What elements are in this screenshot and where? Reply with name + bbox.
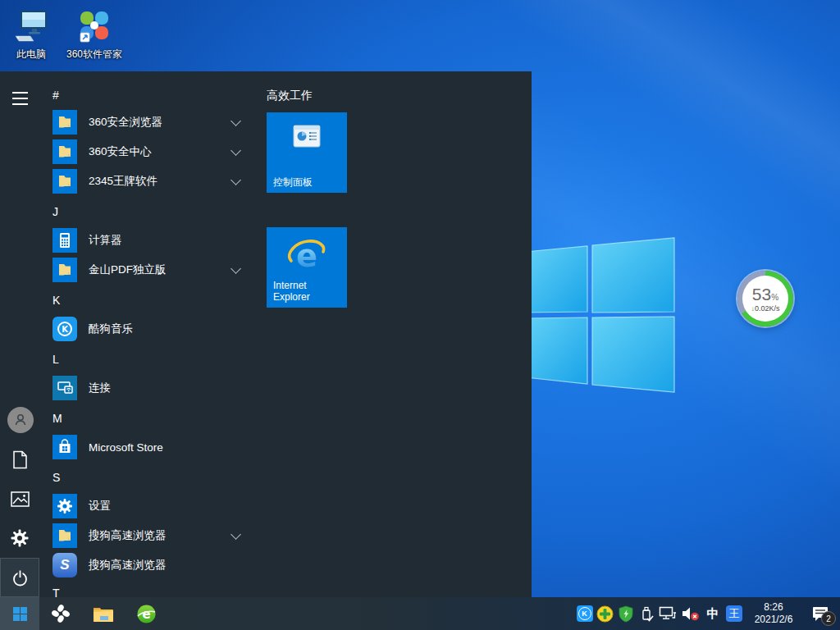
input-method-indicator[interactable]: 中 xyxy=(702,597,724,630)
section-header-s[interactable]: S xyxy=(46,463,258,492)
section-header-j[interactable]: J xyxy=(46,197,258,226)
percent-sign: % xyxy=(771,293,778,302)
section-header-hash[interactable]: # xyxy=(46,80,258,110)
app-label: 2345王牌软件 xyxy=(89,174,232,189)
tray-network-button[interactable] xyxy=(656,597,678,630)
app-label: 金山PDF独立版 xyxy=(89,262,232,277)
chevron-down-icon[interactable] xyxy=(231,145,241,156)
power-button[interactable] xyxy=(0,558,39,597)
tray-volume-button[interactable] xyxy=(678,597,702,630)
app-label: Microsoft Store xyxy=(89,441,258,454)
taskbar-clock[interactable]: 8:26 2021/2/6 xyxy=(746,601,801,626)
folder-icon xyxy=(52,523,77,548)
tray-wang-input-button[interactable]: 王 xyxy=(724,605,745,622)
app-item-2345-software[interactable]: 2345王牌软件 xyxy=(46,167,258,196)
section-label: T xyxy=(52,587,60,597)
desktop-icon-360-software-manager[interactable]: 360软件管家 xyxy=(58,7,130,62)
svg-text:K: K xyxy=(62,325,69,334)
pictures-button[interactable] xyxy=(0,479,39,518)
hamburger-icon xyxy=(12,92,28,105)
chevron-down-icon[interactable] xyxy=(231,529,241,540)
tile-group-title: 高效工作 xyxy=(267,89,313,103)
green-e-letter: e xyxy=(142,607,150,622)
tray-kugou-button[interactable]: K xyxy=(574,597,595,630)
speed-ball-widget[interactable]: 53% ↓0.02K/s xyxy=(737,271,793,326)
app-item-microsoft-store[interactable]: Microsoft Store xyxy=(46,432,258,462)
app-item-connect[interactable]: 连接 xyxy=(46,373,258,403)
360-software-manager-icon xyxy=(58,7,130,44)
section-label: K xyxy=(52,294,60,307)
windows-desktop: 此电脑 360软件管家 53% ↓0.02K/s xyxy=(0,0,840,630)
speaker-muted-icon xyxy=(681,606,701,621)
app-label: 连接 xyxy=(89,381,258,395)
pictures-icon xyxy=(11,491,30,507)
tile-internet-explorer[interactable]: e Internet Explorer xyxy=(267,227,347,308)
app-label: 设置 xyxy=(89,499,258,514)
wang-input-icon: 王 xyxy=(726,605,742,622)
taskbar-360-browser-button[interactable]: e xyxy=(125,597,167,630)
app-label: 360安全浏览器 xyxy=(89,115,232,130)
app-item-settings[interactable]: 设置 xyxy=(46,491,258,521)
section-header-m[interactable]: M xyxy=(46,404,258,433)
download-speed: 0.02K/s xyxy=(755,304,780,313)
tile-control-panel[interactable]: 控制面板 xyxy=(267,112,347,193)
app-item-kingsoft-pdf[interactable]: 金山PDF独立版 xyxy=(46,255,258,285)
taskbar: e K xyxy=(0,597,840,630)
system-tray: K xyxy=(574,597,840,630)
shield-icon xyxy=(618,605,634,623)
sogou-icon: S xyxy=(52,553,77,578)
section-header-l[interactable]: L xyxy=(46,345,258,374)
chevron-down-icon[interactable] xyxy=(231,116,241,126)
settings-icon xyxy=(52,494,77,518)
app-label: 搜狗高速浏览器 xyxy=(89,558,258,573)
folder-icon xyxy=(52,139,77,164)
taskbar-file-explorer-button[interactable] xyxy=(82,597,125,630)
app-item-sogou-browser[interactable]: S 搜狗高速浏览器 xyxy=(46,550,258,580)
memory-percent: 53 xyxy=(752,285,771,304)
app-item-360-browser[interactable]: 360安全浏览器 xyxy=(46,107,258,137)
chevron-down-icon[interactable] xyxy=(231,175,241,185)
tray-usb-eject-button[interactable] xyxy=(636,597,656,630)
store-icon xyxy=(52,435,77,459)
this-pc-icon xyxy=(0,7,67,44)
folder-icon xyxy=(52,258,77,282)
kugou-letter: K xyxy=(578,607,591,620)
section-label: # xyxy=(52,89,59,102)
connect-icon xyxy=(52,376,77,400)
app-label: 酷狗音乐 xyxy=(89,322,258,336)
section-header-k[interactable]: K xyxy=(46,285,258,315)
windows-wallpaper-logo xyxy=(525,234,677,398)
tray-360-shield-button[interactable] xyxy=(615,597,636,630)
gear-icon xyxy=(11,529,29,547)
tray-360-antivirus-button[interactable] xyxy=(595,597,615,630)
network-icon xyxy=(659,606,677,621)
section-header-t[interactable]: T xyxy=(46,578,258,597)
windows-logo-icon xyxy=(13,607,27,621)
folder-icon xyxy=(52,110,77,135)
kugou-icon: K xyxy=(52,317,77,341)
app-item-calculator[interactable]: 计算器 xyxy=(46,226,258,255)
notification-badge: 2 xyxy=(821,611,836,626)
action-center-button[interactable]: 2 xyxy=(802,597,840,630)
clock-time: 8:26 xyxy=(746,601,801,614)
user-avatar[interactable] xyxy=(7,407,34,433)
taskbar-360-safe-button[interactable] xyxy=(39,597,82,630)
documents-button[interactable] xyxy=(0,440,39,479)
power-icon xyxy=(11,568,30,587)
folder-icon xyxy=(52,169,77,194)
app-item-sogou-browser-folder[interactable]: 搜狗高速浏览器 xyxy=(46,521,258,550)
document-icon xyxy=(12,450,28,469)
desktop-icon-label: 360软件管家 xyxy=(58,48,130,62)
app-item-kugou-music[interactable]: K 酷狗音乐 xyxy=(46,314,258,344)
section-label: L xyxy=(52,353,59,366)
expand-menu-button[interactable] xyxy=(0,79,39,118)
start-button[interactable] xyxy=(0,597,39,630)
desktop-icon-this-pc[interactable]: 此电脑 xyxy=(0,7,67,62)
chevron-down-icon[interactable] xyxy=(231,263,241,274)
section-label: S xyxy=(52,471,60,484)
antivirus-cross-icon xyxy=(596,605,614,623)
internet-explorer-icon: e xyxy=(267,235,347,273)
app-label: 计算器 xyxy=(89,233,258,248)
app-item-360-security-center[interactable]: 360安全中心 xyxy=(46,137,258,167)
settings-rail-button[interactable] xyxy=(0,518,39,558)
